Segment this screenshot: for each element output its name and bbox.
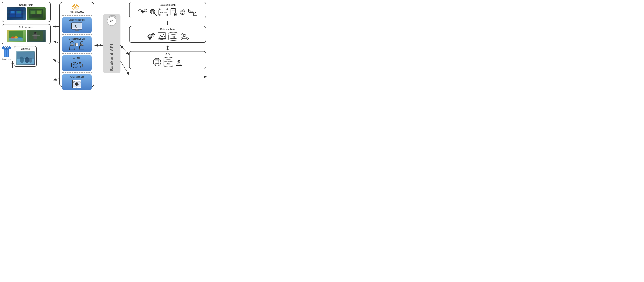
svg-rect-22 [32, 35, 40, 36]
svg-rect-113 [154, 34, 155, 35]
right-data-column: Data collection [129, 2, 206, 69]
svg-line-141 [53, 59, 59, 63]
svg-point-61 [79, 66, 80, 67]
svg-point-64 [76, 88, 77, 88]
svg-point-118 [181, 38, 182, 40]
ar-app-icon-area [64, 60, 90, 70]
svg-point-43 [70, 41, 73, 44]
xr4drama-logo: XR4DRAMA [70, 4, 84, 13]
left-column: Control room [2, 2, 51, 67]
svg-rect-26 [7, 50, 8, 56]
control-room-label: Control room [4, 4, 48, 6]
image-chart-icon [188, 8, 197, 16]
vr-authoring-label: VR authoring tool [64, 19, 90, 21]
svg-rect-101 [150, 39, 150, 40]
svg-point-29 [20, 56, 24, 63]
divider-3 [62, 54, 92, 54]
field-workers-photo-1 [7, 30, 26, 42]
control-room-photos [4, 7, 48, 20]
svg-point-119 [187, 38, 188, 40]
svg-rect-36 [72, 23, 82, 28]
svg-rect-65 [76, 85, 77, 86]
svg-rect-4 [16, 14, 22, 17]
data-collection-title: Data collection [132, 4, 204, 6]
svg-rect-50 [82, 44, 83, 45]
search-data-icon [149, 8, 157, 16]
svg-rect-5 [11, 11, 14, 14]
svg-point-21 [34, 32, 36, 33]
svg-point-58 [82, 64, 83, 66]
satellite-dish-icon [179, 8, 186, 16]
xr4drama-box: XR4DRAMA VR authoring tool [59, 2, 94, 87]
svg-line-142 [53, 78, 59, 80]
3d-chart-icon: 3D [157, 32, 167, 41]
svg-point-30 [24, 57, 30, 63]
vr-authoring-card: VR authoring tool [62, 17, 92, 33]
backend-api-column: API Backend API [103, 14, 120, 73]
svg-marker-97 [166, 24, 169, 25]
logo-diamonds-icon [72, 4, 82, 10]
svg-rect-103 [152, 36, 152, 37]
awareness-app-label: Awareness app [64, 76, 90, 78]
svg-line-122 [186, 36, 187, 38]
svg-point-120 [181, 33, 182, 34]
api-badge: API [107, 16, 116, 26]
svg-rect-3 [10, 14, 15, 17]
svg-rect-1 [10, 11, 15, 14]
svg-rect-51 [76, 43, 78, 46]
svg-rect-32 [72, 5, 76, 10]
smart-vest-item: Smart vest [2, 46, 11, 60]
vr-authoring-icon-area [64, 22, 90, 32]
svg-rect-25 [4, 50, 6, 56]
svg-rect-102 [148, 36, 148, 37]
svg-rect-2 [16, 11, 22, 14]
svg-rect-110 [152, 33, 154, 34]
document-plus-icon [170, 8, 177, 16]
awareness-app-card: Awareness app [62, 74, 92, 90]
svg-rect-0 [9, 9, 23, 18]
svg-point-72 [142, 12, 144, 14]
citizens-label: Citizens [16, 48, 35, 50]
collaborative-vr-icon-area [64, 41, 90, 50]
svg-rect-105 [148, 37, 149, 38]
gis-title: GIS [132, 53, 204, 56]
ar-app-icon [68, 60, 86, 70]
svg-line-76 [154, 14, 156, 16]
gis-box: GIS [129, 51, 206, 69]
backend-api-box: API Backend API [103, 14, 120, 73]
svg-rect-17 [9, 38, 23, 41]
awareness-app-icon-area [64, 79, 90, 88]
svg-rect-49 [81, 44, 82, 45]
control-room-photo-1 [7, 7, 26, 20]
svg-rect-45 [71, 44, 72, 45]
field-workers-label: Field workers [4, 26, 48, 28]
svg-point-68 [144, 9, 147, 12]
bottom-left-section: Smart vest Citizens [2, 46, 51, 67]
svg-marker-127 [166, 50, 169, 50]
xr4drama-column: XR4DRAMA VR authoring tool [59, 2, 94, 87]
svg-marker-126 [166, 46, 169, 46]
control-room-box: Control room [2, 2, 51, 22]
svg-point-99 [149, 36, 151, 38]
knowledge-graph-icon [180, 32, 190, 41]
svg-point-31 [29, 58, 32, 63]
svg-line-145 [120, 61, 129, 75]
svg-point-47 [80, 41, 83, 44]
svg-point-59 [80, 66, 81, 67]
svg-line-144 [120, 45, 129, 55]
awareness-app-icon [69, 79, 85, 89]
svg-rect-12 [32, 14, 40, 17]
data-collection-box: Data collection [129, 2, 206, 18]
svg-rect-10 [30, 11, 35, 14]
svg-line-123 [182, 34, 184, 35]
logo-text: XR4DRAMA [70, 11, 84, 13]
divider-2 [62, 34, 92, 35]
vr-authoring-icon [70, 22, 84, 31]
smart-vest-icon [2, 46, 11, 57]
smart-vest-label: Smart vest [2, 58, 11, 60]
data-analysis-box: Data analysis [129, 26, 206, 43]
architecture-diagram: Control room [0, 0, 210, 91]
svg-text:3D: 3D [160, 38, 163, 41]
gears-icon [146, 32, 156, 41]
bidirectional-arrow [129, 46, 206, 50]
